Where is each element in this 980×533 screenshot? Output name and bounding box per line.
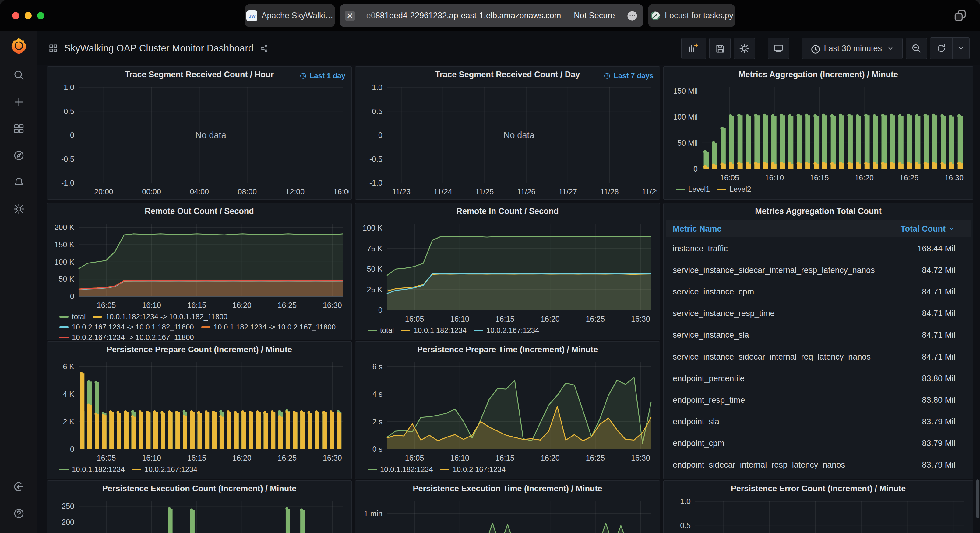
add-panel-button[interactable] xyxy=(681,38,706,59)
panel-title[interactable]: Metrics Aggregation Total Count xyxy=(663,203,973,219)
chart-area[interactable]: 25020015010050016:0516:1016:1516:2016:25… xyxy=(49,497,349,533)
close-tab-icon[interactable]: ✕ xyxy=(345,11,355,21)
chart-area[interactable]: 050 Mil100 Mil150 Mil16:0516:1016:1516:2… xyxy=(666,82,970,183)
table-row[interactable]: endpoint_resp_time83.80 Mil xyxy=(666,389,970,411)
cycle-view-mode-button[interactable] xyxy=(768,38,789,59)
zoom-out-button[interactable] xyxy=(906,38,927,59)
svg-text:2 K: 2 K xyxy=(63,417,74,426)
search-icon[interactable] xyxy=(13,69,25,81)
tab-apache-skywalking[interactable]: SW Apache SkyWalki… xyxy=(245,4,335,27)
explore-compass-icon[interactable] xyxy=(13,149,25,162)
svg-text:08:00: 08:00 xyxy=(238,187,257,196)
close-window-button[interactable] xyxy=(12,12,19,19)
total-count-cell: 84.71 Mil xyxy=(922,309,955,318)
svg-text:16:05: 16:05 xyxy=(97,454,116,462)
table-row[interactable]: service_instance_sidecar_internal_resp_l… xyxy=(666,260,970,281)
create-plus-icon[interactable] xyxy=(13,96,25,108)
legend-item[interactable]: 10.0.2.167:1234 xyxy=(441,464,506,474)
table-row[interactable]: service_instance_cpm84.71 Mil xyxy=(666,281,970,303)
tab-more-icon[interactable] xyxy=(626,10,638,22)
table-row[interactable]: instance_traffic168.44 Mil xyxy=(666,238,970,260)
table-row[interactable]: endpoint_sidecar_internal_resp_latency_n… xyxy=(666,454,970,476)
legend-item[interactable]: 10.0.2.167:1234 -> 10.0.2.167_11800 xyxy=(59,332,194,340)
table-row[interactable]: endpoint_cpm83.79 Mil xyxy=(666,433,970,454)
panel-title[interactable]: Remote In Count / Second xyxy=(355,203,660,219)
column-total-count[interactable]: Total Count xyxy=(900,224,955,234)
column-metric-name[interactable]: Metric Name xyxy=(673,224,722,234)
panel-title[interactable]: Persistence Prepare Time (Increment) / M… xyxy=(355,342,660,357)
share-icon[interactable] xyxy=(259,44,269,53)
chart-area[interactable]: 0 s2 s4 s6 s16:0516:1016:1516:2016:2516:… xyxy=(358,357,657,463)
chart-area[interactable]: 025 K50 K75 K100 K16:0516:1016:1516:2016… xyxy=(358,219,657,324)
panel-title[interactable]: Persistence Prepare Count (Increment) / … xyxy=(47,342,352,357)
legend-item[interactable]: 10.0.2.167:1234 xyxy=(132,464,198,474)
panel-title[interactable]: Persistence Execution Time (Increment) /… xyxy=(355,481,660,497)
panel-title[interactable]: Remote Out Count / Second xyxy=(47,203,352,219)
panel-title[interactable]: Persistence Execution Count (Increment) … xyxy=(47,481,352,497)
panel-time-badge[interactable]: Last 7 days xyxy=(603,71,654,80)
refresh-button[interactable] xyxy=(931,38,952,59)
table-row[interactable]: service_instance_sla84.71 Mil xyxy=(666,324,970,346)
page-scrollbar[interactable] xyxy=(976,479,979,519)
table-row[interactable]: endpoint_sla83.79 Mil xyxy=(666,411,970,433)
chart-trace-segment-hour[interactable]: 1.00.50-0.5-1.020:0000:0004:0008:0012:00… xyxy=(49,82,349,197)
grafana-logo-icon[interactable] xyxy=(10,37,28,54)
tab-overview-icon[interactable] xyxy=(953,8,967,22)
alerting-bell-icon[interactable] xyxy=(13,176,25,188)
chart-persistence-execution-time[interactable]: 1 min40 s20 s0 s16:0516:1016:1516:2016:2… xyxy=(358,497,657,533)
minimize-window-button[interactable] xyxy=(25,12,32,19)
dashboard-title[interactable]: SkyWalking OAP Cluster Monitor Dashboard xyxy=(64,43,253,54)
save-dashboard-button[interactable] xyxy=(709,38,730,59)
legend-item[interactable]: 10.0.1.182:1234 xyxy=(401,325,466,336)
chart-area[interactable]: 050 K100 K150 K200 K16:0516:1016:1516:20… xyxy=(49,219,349,310)
tab-active-url[interactable]: ✕ e0881eed4-22961232.ap-east-1.elb.amazo… xyxy=(340,4,643,27)
sign-in-icon[interactable] xyxy=(13,481,25,493)
chart-area[interactable]: 1.00.50-0.5-1.020:0000:0004:0008:0012:00… xyxy=(49,82,349,197)
svg-text:200 K: 200 K xyxy=(54,223,75,232)
svg-text:16:00: 16:00 xyxy=(334,187,349,196)
legend-item[interactable]: 10.0.1.182:1234 xyxy=(368,464,433,474)
chart-area[interactable]: 1.00.50-0.5-1.016:0516:1016:1516:2016:25… xyxy=(666,497,970,533)
chart-area[interactable]: 1.00.50-0.5-1.011/2311/2411/2511/2611/27… xyxy=(358,82,657,197)
table-row[interactable]: endpoint_percentile83.80 Mil xyxy=(666,368,970,389)
zoom-window-button[interactable] xyxy=(37,12,44,19)
chart-remote-out-count[interactable]: 050 K100 K150 K200 K16:0516:1016:1516:20… xyxy=(49,219,349,310)
legend-item[interactable]: 10.0.1.182:1234 xyxy=(59,464,125,474)
panel-legend: total10.0.1.182:1234 -> 10.0.1.182_11800… xyxy=(47,310,352,340)
chart-trace-segment-day[interactable]: 1.00.50-0.5-1.011/2311/2411/2511/2611/27… xyxy=(358,82,657,197)
time-range-picker[interactable]: Last 30 minutes xyxy=(802,38,903,59)
legend-item[interactable]: total xyxy=(368,325,394,336)
legend-item[interactable]: total xyxy=(59,311,86,322)
total-count-cell: 83.79 Mil xyxy=(922,439,955,448)
chart-persistence-execution-count[interactable]: 25020015010050016:0516:1016:1516:2016:25… xyxy=(49,497,349,533)
svg-text:04:00: 04:00 xyxy=(190,187,209,196)
chart-remote-in-count[interactable]: 025 K50 K75 K100 K16:0516:1016:1516:2016… xyxy=(358,219,657,324)
table-row[interactable]: service_instance_resp_time84.71 Mil xyxy=(666,303,970,324)
panel-title[interactable]: Persistence Error Count (Increment) / Mi… xyxy=(663,481,973,497)
tab-locust[interactable]: Locust for tasks.py xyxy=(648,4,735,27)
panel-time-badge[interactable]: Last 1 day xyxy=(299,71,345,80)
legend-item[interactable]: Level2 xyxy=(717,184,751,194)
legend-item[interactable]: 10.0.1.182:1234 -> 10.0.2.167_11800 xyxy=(201,322,336,332)
svg-text:00:00: 00:00 xyxy=(142,187,161,196)
panel-title[interactable]: Metrics Aggregation (Increment) / Minute xyxy=(663,67,973,82)
refresh-interval-dropdown[interactable] xyxy=(952,38,969,59)
chart-persistence-prepare-count[interactable]: 02 K4 K6 K16:0516:1016:1516:2016:2516:30 xyxy=(49,357,349,463)
refresh-icon xyxy=(936,43,947,54)
help-icon[interactable] xyxy=(13,508,25,520)
chart-persistence-prepare-time[interactable]: 0 s2 s4 s6 s16:0516:1016:1516:2016:2516:… xyxy=(358,357,657,463)
table-row[interactable]: service_instance_sidecar_internal_req_la… xyxy=(666,346,970,368)
legend-item[interactable]: Level1 xyxy=(676,184,710,194)
svg-text:16:25: 16:25 xyxy=(586,314,605,323)
legend-item[interactable]: 10.0.1.182:1234 -> 10.0.1.182_11800 xyxy=(93,311,228,322)
dashboard-settings-button[interactable] xyxy=(733,38,755,59)
configuration-gear-icon[interactable] xyxy=(13,203,25,215)
chart-persistence-error-count[interactable]: 1.00.50-0.5-1.016:0516:1016:1516:2016:25… xyxy=(666,497,970,533)
chart-metrics-aggregation-minute[interactable]: 050 Mil100 Mil150 Mil16:0516:1016:1516:2… xyxy=(666,82,970,183)
chart-area[interactable]: 02 K4 K6 K16:0516:1016:1516:2016:2516:30 xyxy=(49,357,349,463)
chart-area[interactable]: 1 min40 s20 s0 s16:0516:1016:1516:2016:2… xyxy=(358,497,657,533)
legend-item[interactable]: 10.0.2.167:1234 -> 10.0.1.182_11800 xyxy=(59,322,194,332)
svg-text:11/28: 11/28 xyxy=(600,187,619,196)
legend-item[interactable]: 10.0.2.167:1234 xyxy=(474,325,539,336)
dashboards-icon[interactable] xyxy=(13,122,25,135)
